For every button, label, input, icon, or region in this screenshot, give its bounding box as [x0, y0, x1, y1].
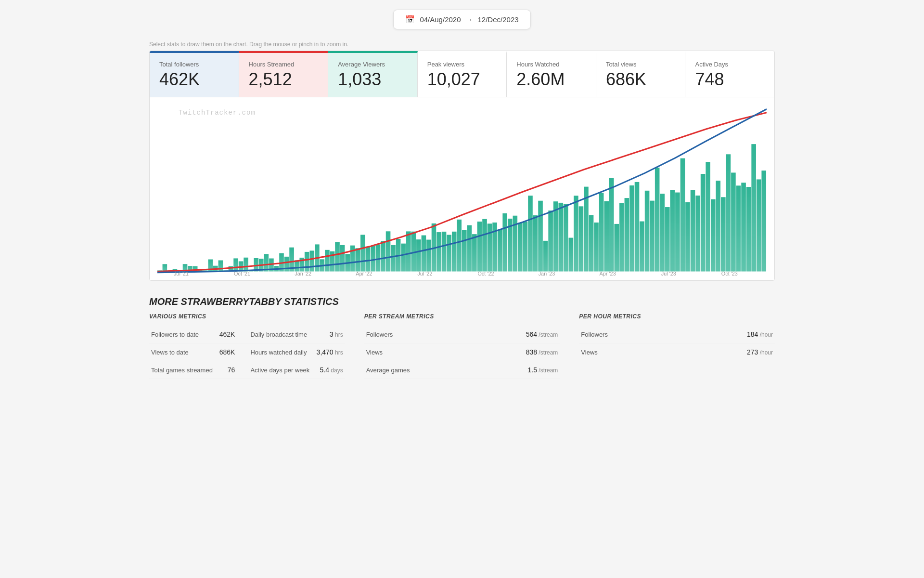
bar [736, 185, 741, 271]
metric-label-right: Active days per week [243, 361, 313, 379]
bar [518, 223, 523, 271]
bar [548, 210, 553, 271]
bar [401, 244, 406, 272]
metric-value: 686K [217, 343, 243, 361]
stat-value: 2,512 [249, 71, 319, 88]
stat-label: Peak viewers [427, 61, 497, 68]
stat-value: 462K [159, 71, 229, 88]
bar [477, 222, 482, 272]
stat-cell[interactable]: Hours Watched 2.60M [507, 51, 596, 97]
bar [426, 240, 431, 272]
table-row: Followers 564 /stream [364, 326, 560, 343]
stat-cell[interactable]: Total views 686K [596, 51, 686, 97]
bar [335, 242, 340, 272]
metric-value-right: 3,470 hrs [314, 343, 345, 361]
bar [305, 252, 309, 272]
svg-text:Jan '22: Jan '22 [295, 271, 311, 276]
bar [625, 198, 629, 271]
bar [350, 246, 355, 272]
bar [615, 224, 619, 272]
date-start: 04/Aug/2020 [420, 15, 461, 24]
metric-value: 76 [217, 361, 243, 379]
chart-svg: Jul '21 Oct '21 Jan '22 Apr '22 Jul '22 … [157, 105, 767, 276]
bar [411, 232, 416, 272]
per-hour-table: Followers 184 /hour Views 273 /hour [579, 326, 775, 361]
metric-label: Followers [579, 326, 678, 343]
svg-text:Apr '22: Apr '22 [356, 271, 372, 276]
svg-text:Oct '22: Oct '22 [477, 271, 494, 276]
bar [340, 245, 345, 272]
bar [376, 244, 381, 271]
date-range-bar: 📅 04/Aug/2020 → 12/Dec/2023 [149, 10, 775, 29]
stat-cell[interactable]: Peak viewers 10,027 [418, 51, 507, 97]
stat-cell[interactable]: Total followers 462K [150, 51, 239, 97]
bar [386, 231, 391, 271]
stat-label: Average Viewers [338, 61, 408, 68]
bar [523, 222, 528, 271]
bar [650, 201, 654, 272]
bar [391, 245, 396, 272]
bar [310, 250, 315, 271]
bar [660, 194, 665, 271]
bar [640, 222, 644, 272]
table-row: Views 838 /stream [364, 343, 560, 361]
bar [457, 220, 462, 272]
table-row: Views to date 686K Hours watched daily 3… [149, 343, 345, 361]
bar [741, 183, 746, 271]
metric-label: Views [579, 343, 678, 361]
bar [635, 182, 640, 272]
bar [502, 213, 507, 272]
stats-row: Total followers 462K Hours Streamed 2,51… [150, 51, 774, 97]
bar [482, 219, 487, 272]
bar [355, 248, 360, 271]
bar [442, 232, 447, 272]
metric-label-right: Daily broadcast time [243, 326, 313, 343]
bar [751, 144, 756, 271]
per-hour-section: PER HOUR METRICS Followers 184 /hour Vie… [579, 313, 775, 379]
bar [645, 191, 650, 272]
bar [553, 201, 558, 271]
bar [594, 223, 599, 272]
chart-hint: Select stats to draw them on the chart. … [149, 41, 775, 48]
bar [163, 264, 167, 271]
svg-text:Jan '23: Jan '23 [539, 271, 555, 276]
bar [599, 193, 604, 271]
stats-main-card: Total followers 462K Hours Streamed 2,51… [149, 51, 775, 281]
metric-label: Followers [364, 326, 476, 343]
bar [218, 260, 223, 271]
stat-cell[interactable]: Active Days 748 [685, 51, 774, 97]
chart-area[interactable]: TwitchTracker.com Jul '21 [150, 97, 774, 280]
chart-watermark: TwitchTracker.com [179, 109, 256, 117]
bar [528, 196, 533, 271]
stat-cell[interactable]: Hours Streamed 2,512 [239, 51, 329, 97]
stat-value: 748 [695, 71, 765, 88]
bar [416, 239, 421, 271]
metric-value: 184 /hour [678, 326, 775, 343]
bar [721, 197, 726, 271]
svg-text:Oct '21: Oct '21 [234, 271, 250, 276]
more-stats-section: MORE STRAWBERRYTABBY STATISTICS VARIOUS … [149, 296, 775, 379]
bar [543, 241, 548, 272]
svg-text:Oct '23: Oct '23 [721, 271, 738, 276]
bar [564, 204, 568, 272]
stat-value: 10,027 [427, 71, 497, 88]
bar [716, 181, 720, 271]
date-range-pill[interactable]: 📅 04/Aug/2020 → 12/Dec/2023 [393, 10, 530, 29]
table-row: Total games streamed 76 Active days per … [149, 361, 345, 379]
bar [360, 235, 365, 271]
bar [233, 258, 238, 271]
bar [629, 185, 634, 272]
bar [706, 162, 710, 271]
table-row: Average games 1.5 /stream [364, 361, 560, 379]
metric-label: Views [364, 343, 476, 361]
stat-cell[interactable]: Average Viewers 1,033 [328, 51, 418, 97]
calendar-icon: 📅 [405, 15, 415, 24]
bar [436, 232, 441, 271]
metric-value-right: 5.4 days [314, 361, 345, 379]
metric-value: 838 /stream [475, 343, 560, 361]
bar [244, 258, 248, 272]
bar [589, 215, 594, 271]
bar [619, 203, 624, 272]
date-end: 12/Dec/2023 [478, 15, 519, 24]
bar [579, 206, 584, 271]
